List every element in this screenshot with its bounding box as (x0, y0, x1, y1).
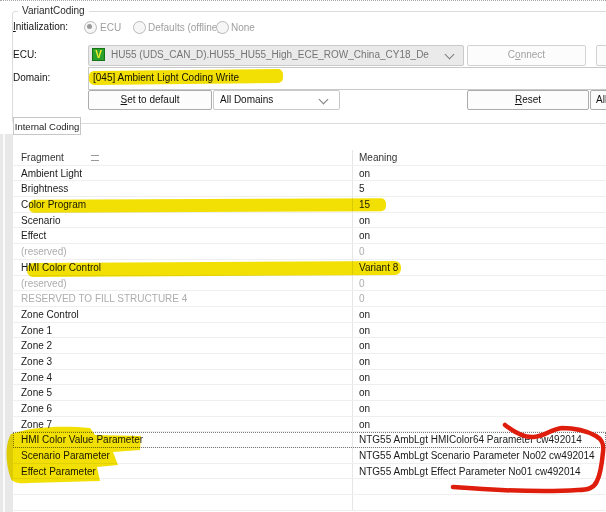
cutoff-button-top[interactable] (596, 45, 606, 66)
radio-ecu-label: ECU (100, 22, 121, 33)
meaning-cell: on (352, 338, 606, 353)
table-row[interactable]: Scenario Parameter NTG55 AmbLgt Scenario… (13, 448, 606, 464)
meaning-cell: NTG55 AmbLgt Scenario Parameter No02 cw4… (352, 448, 606, 463)
fragment-cell: Zone 5 (13, 385, 352, 400)
meaning-cell: NTG55 AmbLgt HMIColor64 Parameter cw4920… (352, 432, 606, 447)
initialization-label: Initialization: (13, 21, 68, 32)
meaning-cell: 0 (352, 276, 606, 291)
fragment-cell (13, 495, 352, 510)
table-row[interactable]: Zone 4 on (13, 370, 606, 386)
all-domains-value: All Domains (220, 94, 273, 105)
fragment-cell: (reserved) (13, 276, 352, 291)
table-row[interactable]: Zone 2 on (13, 338, 606, 354)
domain-label: Domain: (13, 72, 50, 83)
groupbox-title: VariantCoding (18, 5, 89, 16)
variant-coding-dialog: { "annotations": { "marker_yellow": "#f2… (0, 0, 606, 512)
fragment-cell: Zone 2 (13, 338, 352, 353)
meaning-cell: on (352, 385, 606, 400)
meaning-cell: on (352, 307, 606, 322)
table-row[interactable]: HMI Color Value Parameter NTG55 AmbLgt H… (13, 432, 606, 448)
table-row[interactable]: (reserved) 0 (13, 276, 606, 292)
radio-defaults-offline-label: Defaults (offline) (148, 22, 221, 33)
ecu-combobox[interactable]: V HU55 (UDS_CAN_D).HU55_HU55_High_ECE_RO… (88, 45, 464, 66)
table-row[interactable]: HMI Color Control Variant 8 (13, 260, 606, 276)
fragment-cell: Brightness (13, 181, 352, 196)
fragment-cell (13, 479, 352, 494)
table-row[interactable]: Zone 5 on (13, 385, 606, 401)
fragment-cell: Effect Parameter (13, 464, 352, 479)
meaning-cell: on (352, 401, 606, 416)
domain-field[interactable]: [045] Ambient Light Coding Write (88, 67, 606, 90)
table-row[interactable]: Zone 6 on (13, 401, 606, 417)
meaning-cell: 15 (352, 197, 606, 212)
column-header-meaning[interactable]: Meaning (352, 150, 606, 165)
table-body: Ambient Light on Brightness 5 Color Prog… (13, 166, 606, 511)
fragment-cell: Zone 1 (13, 323, 352, 338)
meaning-cell: on (352, 323, 606, 338)
sort-filter-icon (91, 155, 99, 161)
internal-coding-table: Fragment Meaning Ambient Light on Bright… (13, 150, 606, 511)
table-row[interactable]: Ambient Light on (13, 166, 606, 182)
fragment-cell: Color Program (13, 197, 352, 212)
table-row[interactable]: RESERVED TO FILL STRUCTURE 4 0 (13, 291, 606, 307)
fragment-cell: Zone 3 (13, 354, 352, 369)
table-header-row: Fragment Meaning (13, 150, 606, 166)
table-row[interactable]: Zone Control on (13, 307, 606, 323)
table-row[interactable]: Color Program 15 (13, 197, 606, 213)
table-row[interactable] (13, 479, 606, 495)
table-row[interactable]: Brightness 5 (13, 181, 606, 197)
panel-left-strip-line (3, 134, 5, 512)
radio-defaults-offline[interactable] (133, 21, 146, 34)
vector-variant-icon: V (92, 48, 105, 61)
screenshot-top-dotted-edge (0, 0, 606, 1)
panel-left-strip (0, 134, 13, 512)
ecu-value: HU55 (UDS_CAN_D).HU55_HU55_High_ECE_ROW_… (111, 49, 429, 60)
connect-button[interactable]: Connect (467, 45, 586, 66)
meaning-cell: on (352, 417, 606, 432)
fragment-cell: RESERVED TO FILL STRUCTURE 4 (13, 291, 352, 306)
all-domains-combobox[interactable]: All Domains (213, 90, 340, 110)
table-row[interactable]: Zone 3 on (13, 354, 606, 370)
chevron-down-icon (319, 95, 329, 105)
fragment-cell: Zone 7 (13, 417, 352, 432)
meaning-cell: on (352, 354, 606, 369)
meaning-cell: on (352, 213, 606, 228)
meaning-cell (352, 479, 606, 494)
reset-button[interactable]: Reset (467, 90, 589, 110)
meaning-cell: on (352, 370, 606, 385)
meaning-cell: 5 (352, 181, 606, 196)
fragment-cell: Ambient Light (13, 166, 352, 181)
fragment-cell: HMI Color Value Parameter (13, 432, 352, 447)
fragment-cell: Zone Control (13, 307, 352, 322)
radio-none[interactable] (216, 21, 229, 34)
meaning-cell: Variant 8 (352, 260, 606, 275)
meaning-cell (352, 495, 606, 510)
ecu-label: ECU: (13, 49, 37, 60)
tab-internal-coding[interactable]: Internal Coding (13, 117, 81, 135)
column-header-fragment[interactable]: Fragment (13, 150, 352, 165)
meaning-cell: NTG55 AmbLgt Effect Parameter No01 cw492… (352, 464, 606, 479)
fragment-cell: HMI Color Control (13, 260, 352, 275)
table-row[interactable]: Scenario on (13, 213, 606, 229)
domain-value: [045] Ambient Light Coding Write (93, 72, 239, 83)
table-row[interactable] (13, 495, 606, 511)
fragment-cell: Effect (13, 228, 352, 243)
fragment-cell: (reserved) (13, 244, 352, 259)
fragment-cell: Zone 4 (13, 370, 352, 385)
table-row[interactable]: Effect on (13, 228, 606, 244)
radio-ecu[interactable] (84, 21, 97, 34)
radio-none-label: None (231, 22, 255, 33)
meaning-cell: on (352, 166, 606, 181)
fragment-cell: Zone 6 (13, 401, 352, 416)
meaning-cell: on (352, 228, 606, 243)
chevron-down-icon (445, 50, 455, 60)
fragment-cell: Scenario (13, 213, 352, 228)
table-row[interactable]: Effect Parameter NTG55 AmbLgt Effect Par… (13, 464, 606, 480)
cutoff-button-all[interactable]: All (590, 90, 606, 110)
fragment-cell: Scenario Parameter (13, 448, 352, 463)
table-row[interactable]: Zone 7 on (13, 417, 606, 433)
table-row[interactable]: (reserved) 0 (13, 244, 606, 260)
set-to-default-button[interactable]: Set to default (88, 90, 212, 110)
meaning-cell: 0 (352, 244, 606, 259)
table-row[interactable]: Zone 1 on (13, 323, 606, 339)
